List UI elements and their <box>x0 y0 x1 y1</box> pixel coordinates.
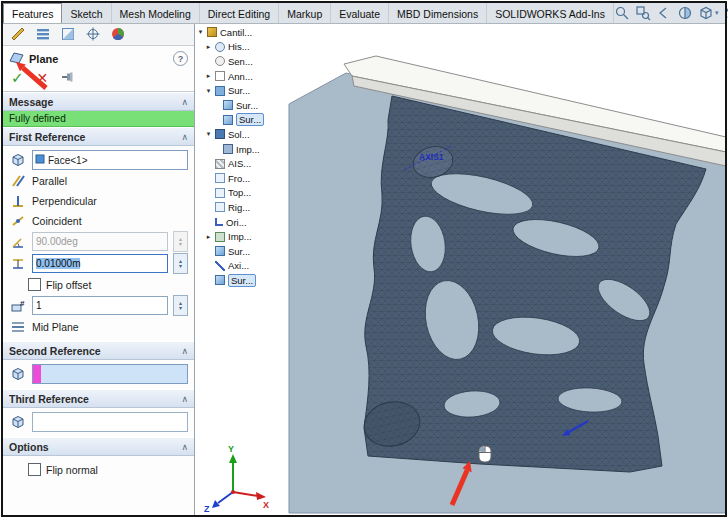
tree-item[interactable]: Sur... <box>197 98 293 113</box>
tree-item[interactable]: Top... <box>197 186 293 201</box>
tab-solidworks-add-ins[interactable]: SOLIDWORKS Add-Ins <box>487 3 614 23</box>
offset-distance-field[interactable]: 0.01000m <box>32 254 168 273</box>
tree-item[interactable]: ▸Imp... <box>197 229 293 244</box>
tab-mbd-dimensions[interactable]: MBD Dimensions <box>389 3 487 23</box>
expand-icon[interactable]: ▾ <box>205 130 212 138</box>
tree-item[interactable]: Sur... <box>197 244 293 259</box>
plane-icon <box>215 202 225 212</box>
tree-item[interactable]: Sen... <box>197 54 293 69</box>
tree-item[interactable]: Sur... <box>197 113 293 128</box>
tree-item[interactable]: AIS... <box>197 156 293 171</box>
appearance-tab-icon[interactable] <box>109 25 127 43</box>
tab-markup[interactable]: Markup <box>279 3 331 23</box>
face-icon <box>35 154 45 166</box>
parallel-icon <box>9 173 27 189</box>
expand-icon[interactable]: ▾ <box>205 87 212 95</box>
tree-item[interactable]: Sur... <box>197 273 293 288</box>
confirm-button[interactable]: ✓ <box>11 71 24 85</box>
first-reference-section-header[interactable]: First Reference ∧ <box>3 127 194 146</box>
num-planes-field[interactable]: 1 <box>32 296 168 315</box>
zoom-to-fit-icon[interactable] <box>614 5 630 21</box>
chevron-up-icon: ∧ <box>181 97 188 107</box>
tree-item[interactable]: Axi... <box>197 259 293 274</box>
surface-plane-icon <box>215 275 225 285</box>
message-section-header[interactable]: Message ∧ <box>3 92 194 111</box>
third-reference-selection-box[interactable] <box>32 412 188 432</box>
tree-item-label: Sur... <box>228 246 250 257</box>
tree-item[interactable]: Ori... <box>197 215 293 230</box>
tab-sketch[interactable]: Sketch <box>62 3 111 23</box>
coincident-icon <box>9 213 27 229</box>
tree-item[interactable]: ▾Sur... <box>197 83 293 98</box>
property-manager-tab-icon[interactable] <box>9 25 27 43</box>
tree-item[interactable]: Imp... <box>197 142 293 157</box>
first-reference-selection-box[interactable]: Face<1> <box>32 150 188 170</box>
tree-item[interactable]: ▾Sol... <box>197 127 293 142</box>
expand-icon[interactable]: ▸ <box>205 233 212 241</box>
tree-item-label: AIS... <box>228 158 251 169</box>
num-planes-spinner[interactable]: ▴▾ <box>173 295 188 316</box>
configuration-tab-icon[interactable] <box>34 25 52 43</box>
offset-value: 0.01000m <box>36 258 80 269</box>
previous-view-icon[interactable] <box>656 5 672 21</box>
active-selection-indicator <box>33 365 41 383</box>
section-view-icon[interactable] <box>677 5 693 21</box>
section-title: First Reference <box>9 131 85 143</box>
tree-item[interactable]: Fro... <box>197 171 293 186</box>
second-reference-selection-box[interactable] <box>32 364 188 384</box>
triad-x-label: X <box>263 500 269 510</box>
expand-icon[interactable]: ▸ <box>205 43 212 51</box>
chevron-up-icon: ∧ <box>181 394 188 404</box>
zoom-to-area-icon[interactable] <box>635 5 651 21</box>
tree-item-label: Imp... <box>236 144 260 155</box>
tree-item-label: Sol... <box>228 129 250 140</box>
flip-offset-checkbox[interactable] <box>28 278 41 291</box>
options-section-header[interactable]: Options ∧ <box>3 437 194 456</box>
tab-mesh-modeling[interactable]: Mesh Modeling <box>112 3 200 23</box>
tree-item[interactable]: Rig... <box>197 200 293 215</box>
tree-item-label: Ann... <box>228 71 253 82</box>
dimxpert-tab-icon[interactable] <box>84 25 102 43</box>
flip-normal-row[interactable]: Flip normal <box>28 460 188 479</box>
parallel-option[interactable]: Parallel <box>9 171 188 190</box>
tree-item[interactable]: ▾Cantil... <box>197 25 293 40</box>
view-orientation-icon[interactable]: ▾ <box>698 5 719 21</box>
tab-direct-editing[interactable]: Direct Editing <box>200 3 279 23</box>
display-pane-tab-icon[interactable] <box>59 25 77 43</box>
coincident-option[interactable]: Coincident <box>9 211 188 230</box>
cancel-button[interactable]: ✕ <box>37 71 49 85</box>
solid-body-icon <box>223 144 233 154</box>
display-style-icon[interactable]: ▾ <box>723 5 728 21</box>
third-reference-section-header[interactable]: Third Reference ∧ <box>3 389 194 408</box>
tree-item-label: Sur... <box>228 274 256 287</box>
tree-item-label: Sur... <box>236 100 258 111</box>
expand-icon[interactable]: ▾ <box>197 28 204 36</box>
flip-normal-checkbox[interactable] <box>28 463 41 476</box>
perpendicular-option[interactable]: Perpendicular <box>9 191 188 210</box>
flip-offset-row[interactable]: Flip offset <box>28 275 188 294</box>
angle-icon <box>9 234 27 250</box>
angle-field[interactable]: 90.00deg <box>32 232 168 251</box>
num-planes-value: 1 <box>36 300 42 311</box>
tree-item-label: Sen... <box>228 56 253 67</box>
help-icon[interactable]: ? <box>173 51 188 66</box>
angle-spinner[interactable]: ▴▾ <box>173 231 188 252</box>
reference-entity-icon <box>9 414 27 430</box>
tree-item[interactable]: ▸His... <box>197 40 293 55</box>
tree-item-label: Cantil... <box>220 27 252 38</box>
imported-feature-icon <box>215 232 225 242</box>
sensors-folder-icon <box>215 56 225 66</box>
pin-icon[interactable] <box>61 70 75 86</box>
section-title: Second Reference <box>9 345 101 357</box>
panel-title: Plane <box>29 53 58 65</box>
status-message: Fully defined <box>3 111 194 127</box>
tree-item[interactable]: ▸Ann... <box>197 69 293 84</box>
mid-plane-option[interactable]: Mid Plane <box>9 317 188 336</box>
offset-spinner[interactable]: ▴▾ <box>173 253 188 274</box>
tab-features[interactable]: Features <box>3 3 62 23</box>
second-reference-section-header[interactable]: Second Reference ∧ <box>3 341 194 360</box>
solid-bodies-folder-icon <box>215 129 225 139</box>
history-folder-icon <box>215 42 225 52</box>
expand-icon[interactable]: ▸ <box>205 72 212 80</box>
tab-evaluate[interactable]: Evaluate <box>331 3 389 23</box>
